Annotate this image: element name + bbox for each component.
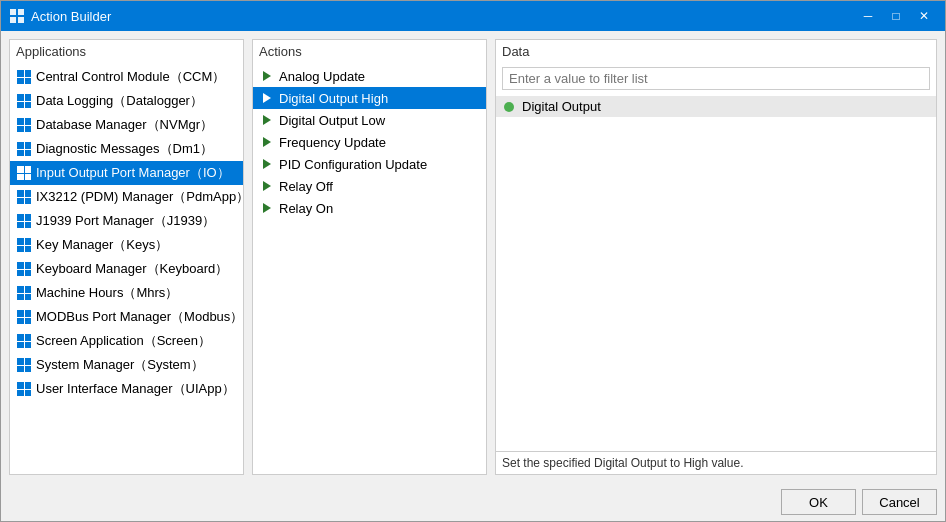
- action-triangle-icon: [259, 112, 275, 128]
- app-grid-icon: [16, 309, 32, 325]
- app-item-label: Central Control Module（CCM）: [36, 68, 225, 86]
- action-list-item[interactable]: Relay On: [253, 197, 486, 219]
- app-list-item[interactable]: Input Output Port Manager（IO）: [10, 161, 243, 185]
- data-item-label: Digital Output: [522, 99, 601, 114]
- main-content: Applications Central Control Module（CCM）…: [1, 31, 945, 483]
- app-item-label: User Interface Manager（UIApp）: [36, 380, 235, 398]
- app-item-label: Screen Application（Screen）: [36, 332, 211, 350]
- app-list-item[interactable]: Key Manager（Keys）: [10, 233, 243, 257]
- app-list-item[interactable]: Diagnostic Messages（Dm1）: [10, 137, 243, 161]
- app-grid-icon: [16, 141, 32, 157]
- data-list[interactable]: Digital Output: [496, 94, 936, 451]
- action-list-item[interactable]: Digital Output Low: [253, 109, 486, 131]
- app-grid-icon: [16, 69, 32, 85]
- title-bar: Action Builder ─ □ ✕: [1, 1, 945, 31]
- app-list-item[interactable]: Database Manager（NVMgr）: [10, 113, 243, 137]
- app-list-item[interactable]: J1939 Port Manager（J1939）: [10, 209, 243, 233]
- app-item-label: Diagnostic Messages（Dm1）: [36, 140, 213, 158]
- app-list-item[interactable]: User Interface Manager（UIApp）: [10, 377, 243, 401]
- app-list-item[interactable]: MODBus Port Manager（Modbus）: [10, 305, 243, 329]
- app-item-label: Input Output Port Manager（IO）: [36, 164, 230, 182]
- applications-header: Applications: [10, 40, 243, 63]
- filter-input[interactable]: [502, 67, 930, 90]
- cancel-button[interactable]: Cancel: [862, 489, 937, 515]
- app-grid-icon: [16, 117, 32, 133]
- action-triangle-icon: [259, 178, 275, 194]
- app-grid-icon: [16, 93, 32, 109]
- action-item-label: PID Configuration Update: [279, 157, 427, 172]
- app-grid-icon: [16, 189, 32, 205]
- app-grid-icon: [16, 333, 32, 349]
- app-list-item[interactable]: IX3212 (PDM) Manager（PdmApp）: [10, 185, 243, 209]
- action-item-label: Frequency Update: [279, 135, 386, 150]
- action-triangle-icon: [259, 90, 275, 106]
- app-list-item[interactable]: Keyboard Manager（Keyboard）: [10, 257, 243, 281]
- action-item-label: Relay Off: [279, 179, 333, 194]
- window-icon: [9, 8, 25, 24]
- status-bar: Set the specified Digital Output to High…: [496, 451, 936, 474]
- svg-rect-0: [10, 9, 16, 15]
- actions-panel: Actions Analog UpdateDigital Output High…: [252, 39, 487, 475]
- app-item-label: Data Logging（Datalogger）: [36, 92, 203, 110]
- action-triangle-icon: [259, 200, 275, 216]
- app-list-item[interactable]: Machine Hours（Mhrs）: [10, 281, 243, 305]
- data-dot-icon: [504, 102, 514, 112]
- actions-list[interactable]: Analog UpdateDigital Output HighDigital …: [253, 63, 486, 474]
- app-list-item[interactable]: Screen Application（Screen）: [10, 329, 243, 353]
- action-list-item[interactable]: PID Configuration Update: [253, 153, 486, 175]
- action-builder-window: Action Builder ─ □ ✕ Applications Centra…: [0, 0, 946, 522]
- action-list-item[interactable]: Frequency Update: [253, 131, 486, 153]
- applications-list[interactable]: Central Control Module（CCM）Data Logging（…: [10, 63, 243, 474]
- app-grid-icon: [16, 261, 32, 277]
- svg-rect-3: [18, 17, 24, 23]
- app-grid-icon: [16, 357, 32, 373]
- action-item-label: Relay On: [279, 201, 333, 216]
- svg-rect-1: [18, 9, 24, 15]
- app-grid-icon: [16, 285, 32, 301]
- close-button[interactable]: ✕: [911, 6, 937, 26]
- app-item-label: Machine Hours（Mhrs）: [36, 284, 178, 302]
- app-item-label: IX3212 (PDM) Manager（PdmApp）: [36, 188, 243, 206]
- minimize-button[interactable]: ─: [855, 6, 881, 26]
- app-grid-icon: [16, 213, 32, 229]
- actions-header: Actions: [253, 40, 486, 63]
- app-grid-icon: [16, 381, 32, 397]
- action-item-label: Analog Update: [279, 69, 365, 84]
- window-controls: ─ □ ✕: [855, 6, 937, 26]
- action-list-item[interactable]: Relay Off: [253, 175, 486, 197]
- app-list-item[interactable]: Central Control Module（CCM）: [10, 65, 243, 89]
- action-triangle-icon: [259, 68, 275, 84]
- app-item-label: J1939 Port Manager（J1939）: [36, 212, 215, 230]
- app-grid-icon: [16, 237, 32, 253]
- action-list-item[interactable]: Analog Update: [253, 65, 486, 87]
- window-title: Action Builder: [31, 9, 855, 24]
- app-item-label: Key Manager（Keys）: [36, 236, 168, 254]
- data-list-item[interactable]: Digital Output: [496, 96, 936, 117]
- action-list-item[interactable]: Digital Output High: [253, 87, 486, 109]
- app-item-label: MODBus Port Manager（Modbus）: [36, 308, 243, 326]
- app-item-label: Database Manager（NVMgr）: [36, 116, 213, 134]
- footer: OK Cancel: [1, 483, 945, 521]
- app-item-label: Keyboard Manager（Keyboard）: [36, 260, 228, 278]
- app-item-label: System Manager（System）: [36, 356, 204, 374]
- maximize-button[interactable]: □: [883, 6, 909, 26]
- svg-rect-2: [10, 17, 16, 23]
- action-triangle-icon: [259, 156, 275, 172]
- app-list-item[interactable]: System Manager（System）: [10, 353, 243, 377]
- applications-panel: Applications Central Control Module（CCM）…: [9, 39, 244, 475]
- action-item-label: Digital Output Low: [279, 113, 385, 128]
- app-grid-icon: [16, 165, 32, 181]
- data-panel: Data Digital Output Set the specified Di…: [495, 39, 937, 475]
- action-item-label: Digital Output High: [279, 91, 388, 106]
- ok-button[interactable]: OK: [781, 489, 856, 515]
- app-list-item[interactable]: Data Logging（Datalogger）: [10, 89, 243, 113]
- action-triangle-icon: [259, 134, 275, 150]
- data-header: Data: [496, 40, 936, 63]
